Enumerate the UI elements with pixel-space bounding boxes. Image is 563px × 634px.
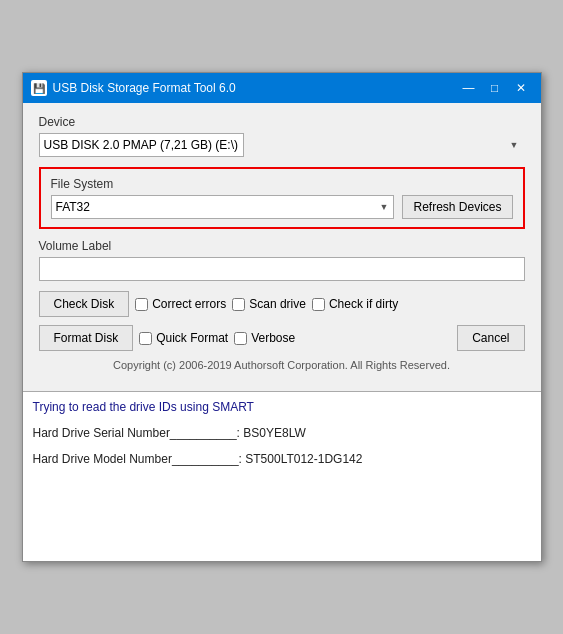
filesystem-select[interactable]: FAT32: [51, 195, 395, 219]
quick-format-label: Quick Format: [156, 331, 228, 345]
correct-errors-checkbox-label[interactable]: Correct errors: [135, 297, 226, 311]
refresh-devices-button[interactable]: Refresh Devices: [402, 195, 512, 219]
minimize-button[interactable]: —: [457, 78, 481, 98]
log-line-2: Hard Drive Serial Number__________: BS0Y…: [33, 426, 531, 440]
check-if-dirty-checkbox[interactable]: [312, 298, 325, 311]
volume-label-input[interactable]: [39, 257, 525, 281]
maximize-button[interactable]: □: [483, 78, 507, 98]
correct-errors-label: Correct errors: [152, 297, 226, 311]
scan-drive-checkbox-label[interactable]: Scan drive: [232, 297, 306, 311]
device-row: USB DISK 2.0 PMAP (7,21 GB) (E:\): [39, 133, 525, 157]
app-icon: 💾: [31, 80, 47, 96]
main-content: Device USB DISK 2.0 PMAP (7,21 GB) (E:\)…: [23, 103, 541, 391]
log-line-3: Hard Drive Model Number__________: ST500…: [33, 452, 531, 466]
log-area[interactable]: Trying to read the drive IDs using SMART…: [23, 391, 541, 561]
copyright-text: Copyright (c) 2006-2019 Authorsoft Corpo…: [39, 359, 525, 379]
title-bar: 💾 USB Disk Storage Format Tool 6.0 — □ ✕: [23, 73, 541, 103]
volume-label-label: Volume Label: [39, 239, 525, 253]
log-line-1: Trying to read the drive IDs using SMART: [33, 400, 531, 414]
verbose-label: Verbose: [251, 331, 295, 345]
device-select-wrapper: USB DISK 2.0 PMAP (7,21 GB) (E:\): [39, 133, 525, 157]
scan-drive-checkbox[interactable]: [232, 298, 245, 311]
window-title: USB Disk Storage Format Tool 6.0: [53, 81, 457, 95]
cancel-button[interactable]: Cancel: [457, 325, 524, 351]
correct-errors-checkbox[interactable]: [135, 298, 148, 311]
verbose-checkbox[interactable]: [234, 332, 247, 345]
device-select[interactable]: USB DISK 2.0 PMAP (7,21 GB) (E:\): [39, 133, 244, 157]
fs-select-wrapper: FAT32: [51, 195, 395, 219]
check-disk-button[interactable]: Check Disk: [39, 291, 130, 317]
format-disk-row: Format Disk Quick Format Verbose Cancel: [39, 325, 525, 351]
main-window: 💾 USB Disk Storage Format Tool 6.0 — □ ✕…: [22, 72, 542, 562]
verbose-checkbox-label[interactable]: Verbose: [234, 331, 295, 345]
filesystem-label: File System: [51, 177, 513, 191]
device-label: Device: [39, 115, 525, 129]
check-if-dirty-checkbox-label[interactable]: Check if dirty: [312, 297, 398, 311]
quick-format-checkbox-label[interactable]: Quick Format: [139, 331, 228, 345]
quick-format-checkbox[interactable]: [139, 332, 152, 345]
filesystem-row: FAT32 Refresh Devices: [51, 195, 513, 219]
filesystem-box: File System FAT32 Refresh Devices: [39, 167, 525, 229]
format-disk-button[interactable]: Format Disk: [39, 325, 134, 351]
scan-drive-label: Scan drive: [249, 297, 306, 311]
check-disk-row: Check Disk Correct errors Scan drive Che…: [39, 291, 525, 317]
window-controls: — □ ✕: [457, 78, 533, 98]
check-if-dirty-label: Check if dirty: [329, 297, 398, 311]
close-button[interactable]: ✕: [509, 78, 533, 98]
